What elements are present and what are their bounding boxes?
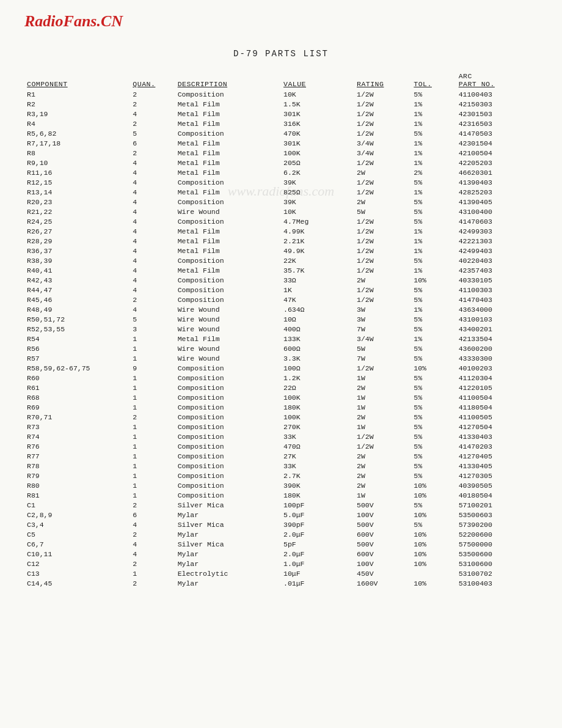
cell-description: Composition xyxy=(175,295,281,304)
cell-component: R54 xyxy=(24,334,130,344)
table-row: R761Composition470Ω1/2W5%41470203 xyxy=(24,441,538,451)
cell-tol: 5% xyxy=(411,520,456,529)
cell-value: 47K xyxy=(281,295,354,304)
cell-rating: 1W xyxy=(354,373,411,383)
cell-description: Metal Film xyxy=(175,158,281,167)
col-arc-label: ARC xyxy=(456,71,538,80)
cell-tol: 5% xyxy=(411,461,456,471)
cell-partno: 41330405 xyxy=(456,461,538,471)
cell-value: 10K xyxy=(281,207,354,216)
cell-partno: 41470603 xyxy=(456,216,538,226)
table-row: R42Metal Film316K1/2W1%42316503 xyxy=(24,119,538,128)
table-row: R611Composition22Ω2W5%41220105 xyxy=(24,383,538,392)
cell-partno: 40220403 xyxy=(456,256,538,265)
table-row: R13,144Metal Film825Ω1/2W1%42825203 xyxy=(24,187,538,197)
cell-tol: 1% xyxy=(411,246,456,256)
cell-rating: 500V xyxy=(354,520,411,529)
cell-component: R69 xyxy=(24,402,130,412)
cell-description: Wire Wound xyxy=(175,304,281,314)
cell-tol: 5% xyxy=(411,412,456,422)
cell-value: 27K xyxy=(281,451,354,461)
cell-partno: 46620301 xyxy=(456,167,538,177)
cell-partno: 42499303 xyxy=(456,226,538,236)
cell-quan: 4 xyxy=(130,549,175,559)
table-row: C131Electrolytic10μF450V53100702 xyxy=(24,568,538,578)
cell-value: 3.3K xyxy=(281,353,354,363)
cell-value: 1.0μF xyxy=(281,559,354,568)
col-header-quan: QUAN. xyxy=(130,80,175,89)
cell-rating: 450V xyxy=(354,568,411,578)
cell-rating: 3/4W xyxy=(354,148,411,158)
cell-value: 2.0μF xyxy=(281,529,354,539)
cell-quan: 4 xyxy=(130,177,175,187)
cell-component: R7,17,18 xyxy=(24,138,130,148)
cell-description: Mylar xyxy=(175,510,281,520)
cell-component: R5,6,82 xyxy=(24,128,130,138)
table-row: R791Composition2.7K2W5%41270305 xyxy=(24,471,538,480)
cell-tol: 1% xyxy=(411,304,456,314)
cell-tol: 1% xyxy=(411,265,456,275)
cell-description: Composition xyxy=(175,216,281,226)
cell-partno: 41470403 xyxy=(456,295,538,304)
cell-description: Composition xyxy=(175,392,281,402)
cell-partno: 57500000 xyxy=(456,539,538,549)
cell-partno: 41180504 xyxy=(456,402,538,412)
page-title: D-79 PARTS LIST xyxy=(24,49,538,59)
cell-tol: 10% xyxy=(411,480,456,490)
cell-tol: 1% xyxy=(411,109,456,119)
table-row: R5,6,825Composition470K1/2W5%41470503 xyxy=(24,128,538,138)
cell-partno: 41220105 xyxy=(456,383,538,392)
cell-quan: 1 xyxy=(130,344,175,353)
cell-tol: 5% xyxy=(411,314,456,324)
cell-rating: 1/2W xyxy=(354,256,411,265)
cell-partno: 42301504 xyxy=(456,138,538,148)
cell-partno: 41390403 xyxy=(456,177,538,187)
cell-tol: 5% xyxy=(411,256,456,265)
cell-tol: 5% xyxy=(411,197,456,207)
cell-tol: 5% xyxy=(411,432,456,441)
cell-component: R9,10 xyxy=(24,158,130,167)
cell-partno: 41470503 xyxy=(456,128,538,138)
cell-value: 390pF xyxy=(281,520,354,529)
cell-tol: 5% xyxy=(411,353,456,363)
cell-tol: 1% xyxy=(411,138,456,148)
cell-partno: 41330403 xyxy=(456,432,538,441)
cell-quan: 2 xyxy=(130,500,175,510)
cell-rating: 500V xyxy=(354,539,411,549)
logo: RadioFans.CN xyxy=(24,12,538,31)
cell-component: C10,11 xyxy=(24,549,130,559)
cell-value: 205Ω xyxy=(281,158,354,167)
cell-description: Composition xyxy=(175,275,281,285)
cell-quan: 4 xyxy=(130,236,175,246)
cell-component: R28,29 xyxy=(24,236,130,246)
cell-description: Composition xyxy=(175,128,281,138)
cell-rating: 1/2W xyxy=(354,265,411,275)
cell-rating: 600V xyxy=(354,529,411,539)
cell-value: 39K xyxy=(281,197,354,207)
cell-component: R80 xyxy=(24,480,130,490)
cell-description: Metal Film xyxy=(175,119,281,128)
cell-component: C5 xyxy=(24,529,130,539)
cell-quan: 1 xyxy=(130,480,175,490)
cell-quan: 2 xyxy=(130,89,175,99)
cell-tol: 1% xyxy=(411,148,456,158)
cell-value: 301K xyxy=(281,109,354,119)
cell-component: R81 xyxy=(24,490,130,500)
cell-value: 1K xyxy=(281,285,354,295)
cell-tol: 5% xyxy=(411,500,456,510)
cell-description: Wire Wound xyxy=(175,314,281,324)
table-row: R44,474Composition1K1/2W5%41100303 xyxy=(24,285,538,295)
cell-tol: 5% xyxy=(411,207,456,216)
table-row: R50,51,725Wire Wound10Ω3W5%43100103 xyxy=(24,314,538,324)
cell-value: .634Ω xyxy=(281,304,354,314)
table-row: R24,254Composition4.7Meg1/2W5%41470603 xyxy=(24,216,538,226)
cell-tol: 1% xyxy=(411,236,456,246)
cell-partno: 40100203 xyxy=(456,363,538,373)
cell-rating: 100V xyxy=(354,510,411,520)
cell-description: Metal Film xyxy=(175,167,281,177)
cell-quan: 1 xyxy=(130,402,175,412)
cell-rating: 1/2W xyxy=(354,226,411,236)
cell-rating: 2W xyxy=(354,383,411,392)
cell-component: R40,41 xyxy=(24,265,130,275)
cell-rating: 5W xyxy=(354,344,411,353)
